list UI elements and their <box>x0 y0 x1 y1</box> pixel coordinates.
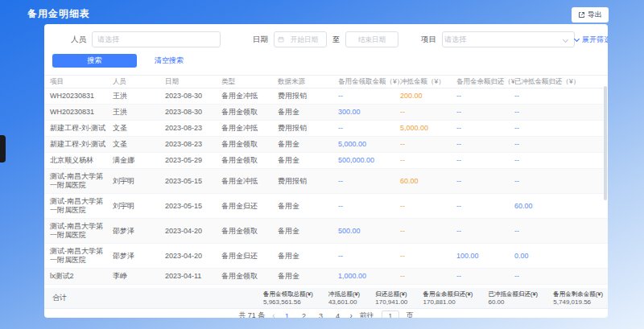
cell-person: 李峥 <box>113 272 165 281</box>
table-row[interactable]: 新建工程-刘-测试 文圣 2023-08-23 备用金冲抵 费用报销 -- 5,… <box>44 121 608 137</box>
end-date-field[interactable] <box>345 31 398 47</box>
prev-page-button[interactable]: ‹ <box>272 311 275 318</box>
column-header: 备用金余额归还（¥） <box>456 77 514 87</box>
project-filter-label: 项目 <box>421 35 436 45</box>
summary-item-value: 5,749,019.56 <box>553 298 603 306</box>
cell-balance-return: -- <box>456 202 514 211</box>
page-number-button[interactable]: 2 <box>299 312 309 319</box>
cell-received-amount: 500,000.00 <box>338 156 400 165</box>
cell-person: 邵梦泽 <box>113 252 165 261</box>
cell-offset-amount: 5,000.00 <box>400 124 456 133</box>
cell-person: 文圣 <box>113 124 165 133</box>
cell-source: 备用金 <box>278 140 338 149</box>
summary-item-value: 43,601.00 <box>328 298 360 306</box>
table-row[interactable]: 新建工程-刘-测试 文圣 2023-08-23 备用金领取 备用金 5,000.… <box>44 137 608 153</box>
cell-offset-amount: -- <box>400 202 456 211</box>
cell-date: 2023-08-23 <box>165 140 221 149</box>
cell-project: 新建工程-刘-测试 <box>50 124 113 133</box>
cell-offset-return: 0.00 <box>514 252 608 261</box>
start-date-field[interactable] <box>274 31 327 47</box>
search-button[interactable]: 搜索 <box>52 54 137 68</box>
summary-item-value: 170,881.00 <box>423 298 473 306</box>
cell-type: 备用金领取 <box>221 108 278 117</box>
cell-offset-amount: -- <box>400 140 456 149</box>
project-filter: 项目 <box>421 31 575 47</box>
column-header: 人员 <box>113 77 165 87</box>
table-row[interactable]: 测试-南昌大学第一附属医院 刘宇明 2023-05-15 备用金冲抵 费用报销 … <box>44 169 608 194</box>
person-select-input[interactable] <box>92 31 221 47</box>
table-header-row: 项目 人员 日期 类型 数据来源 备用金领取金额（¥） 冲抵金额（¥） 备用金余… <box>44 75 608 88</box>
page-number-button[interactable]: 4 <box>333 312 343 319</box>
start-date-input[interactable] <box>286 35 323 43</box>
cell-received-amount: -- <box>338 252 400 261</box>
table-scrollbar[interactable] <box>604 86 607 200</box>
cell-received-amount: -- <box>338 177 400 186</box>
expand-filter-link[interactable]: 展开筛选 <box>575 35 608 45</box>
person-filter-label: 人员 <box>71 35 86 45</box>
export-button[interactable]: 导出 <box>572 7 609 23</box>
project-select[interactable] <box>442 31 575 47</box>
table-row[interactable]: lx测试2 李峥 2023-04-11 备用金领取 备用金 1,000.00 -… <box>44 269 608 285</box>
summary-item-value: 170,941.00 <box>375 298 407 306</box>
cell-person: 刘宇明 <box>113 202 165 211</box>
export-icon <box>578 11 585 19</box>
next-page-button[interactable]: › <box>350 311 353 318</box>
project-select-input[interactable] <box>444 35 559 43</box>
cell-received-amount: -- <box>338 92 400 101</box>
summary-item-label: 备用金剩余金额(¥) <box>553 290 603 298</box>
summary-item: 归还总额(¥) 170,941.00 <box>375 290 407 306</box>
cell-received-amount: -- <box>338 202 400 211</box>
column-header: 备用金领取金额（¥） <box>338 77 400 87</box>
cell-project: 测试-南昌大学第一附属医院 <box>50 222 113 240</box>
table-row[interactable]: 测试-南昌大学第一附属医院 刘宇明 2023-05-15 备用金归还 备用金 -… <box>44 194 608 219</box>
cell-offset-return: -- <box>514 92 608 101</box>
cell-person: 刘宇明 <box>113 177 165 186</box>
cell-date: 2023-08-23 <box>165 124 221 133</box>
summary-item-label: 备用金余额归还(¥) <box>423 290 473 298</box>
cell-type: 备用金冲抵 <box>221 177 278 186</box>
cell-type: 备用金领取 <box>221 227 278 236</box>
summary-item-label: 归还总额(¥) <box>375 290 407 298</box>
cell-balance-return: -- <box>456 124 514 133</box>
date-filter: 日期 至 <box>253 31 398 47</box>
cell-balance-return: 100.00 <box>456 252 514 261</box>
cell-person: 王洪 <box>113 108 165 117</box>
table-row[interactable]: 测试-南昌大学第一附属医院 邵梦泽 2023-04-20 备用金归还 备用金 -… <box>44 244 608 269</box>
summary-groups: 备用金领取总额(¥) 5,963,561.56 冲抵总额(¥) 43,601.0… <box>263 290 603 306</box>
page-number-button[interactable]: 1 <box>283 312 292 319</box>
cell-source: 备用金 <box>278 108 338 117</box>
page-number-button[interactable]: 3 <box>316 312 326 319</box>
cell-offset-return: 60.00 <box>514 202 608 211</box>
chevron-down-icon <box>563 37 568 43</box>
clear-search-link[interactable]: 清空搜索 <box>155 56 184 66</box>
summary-item: 已冲抵金额归还(¥) 60.00 <box>488 290 538 306</box>
column-header: 日期 <box>165 77 221 87</box>
cell-project: WH20230831 <box>50 92 113 101</box>
cell-source: 备用金 <box>278 252 338 261</box>
goto-label: 前往 <box>360 310 374 318</box>
table-row[interactable]: WH20230831 王洪 2023-08-30 备用金领取 备用金 300.0… <box>44 105 608 121</box>
end-date-input[interactable] <box>349 35 394 43</box>
cell-received-amount: -- <box>338 124 400 133</box>
cell-project: 测试-南昌大学第一附属医院 <box>50 172 113 190</box>
cell-project: 测试-南昌大学第一附属医院 <box>50 247 113 265</box>
column-header: 类型 <box>221 77 278 87</box>
cell-offset-amount: 60.00 <box>400 177 456 186</box>
goto-page-input[interactable] <box>382 310 399 319</box>
summary-total-label: 合计 <box>52 293 67 303</box>
page-title: 备用金明细表 <box>27 7 90 21</box>
cell-balance-return: -- <box>456 272 514 281</box>
person-filter: 人员 <box>71 31 221 47</box>
table-row[interactable]: 测试-南昌大学第一附属医院 邵梦泽 2023-04-20 备用金领取 备用金 5… <box>44 219 608 244</box>
cell-received-amount: 1,000.00 <box>338 272 400 281</box>
cell-type: 备用金领取 <box>221 272 278 281</box>
sidebar-collapse-handle[interactable] <box>0 135 6 162</box>
cell-type: 备用金冲抵 <box>221 92 278 101</box>
cell-received-amount: 5,000.00 <box>338 140 400 149</box>
summary-row: 合计 备用金领取总额(¥) 5,963,561.56 冲抵总额(¥) 43,60… <box>44 288 608 309</box>
table-row[interactable]: WH20230831 王洪 2023-08-30 备用金冲抵 费用报销 -- 2… <box>44 88 608 105</box>
summary-item-label: 已冲抵金额归还(¥) <box>488 290 538 298</box>
cell-project: WH20230831 <box>50 108 113 117</box>
table-row[interactable]: 北京顺义杨林 满金娜 2023-05-29 备用金领取 备用金 500,000.… <box>44 153 608 169</box>
cell-project: lx测试2 <box>50 272 113 281</box>
